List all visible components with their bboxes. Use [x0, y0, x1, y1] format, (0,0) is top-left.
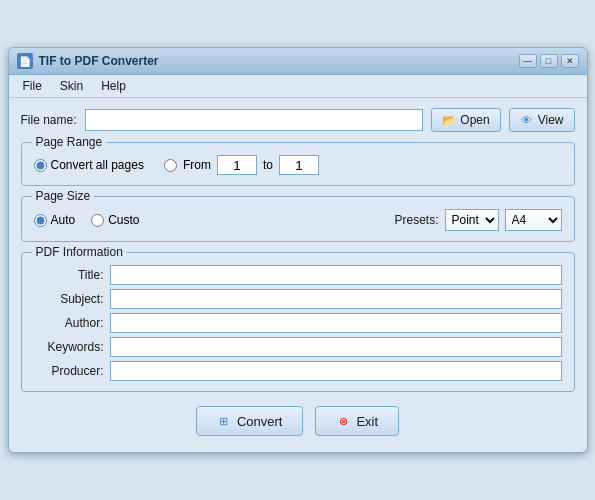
from-to-radio[interactable] [164, 159, 177, 172]
menu-help[interactable]: Help [93, 77, 134, 95]
auto-radio[interactable] [34, 214, 47, 227]
auto-label[interactable]: Auto [51, 213, 76, 227]
convert-all-option: Convert all pages [34, 158, 144, 172]
from-input[interactable] [217, 155, 257, 175]
restore-button[interactable]: □ [540, 54, 558, 68]
action-buttons: ⊞ Convert ⊗ Exit [21, 406, 575, 436]
page-range-group: Page Range Convert all pages From to [21, 142, 575, 186]
convert-button[interactable]: ⊞ Convert [196, 406, 304, 436]
from-to-row: From to [164, 155, 319, 175]
page-size-group: Page Size Auto Custo Presets: Point mm i… [21, 196, 575, 242]
custom-radio[interactable] [91, 214, 104, 227]
custom-label[interactable]: Custo [108, 213, 139, 227]
auto-option: Auto [34, 213, 76, 227]
convert-all-radio[interactable] [34, 159, 47, 172]
author-input[interactable] [110, 313, 562, 333]
exit-button[interactable]: ⊗ Exit [315, 406, 399, 436]
pdf-info-grid: Title: Subject: Author: Keywords: Produc… [34, 265, 562, 381]
title-input[interactable] [110, 265, 562, 285]
file-name-input[interactable] [85, 109, 424, 131]
subject-input[interactable] [110, 289, 562, 309]
convert-all-radio-label[interactable]: Convert all pages [51, 158, 144, 172]
page-size-label: Page Size [32, 189, 95, 203]
menu-bar: File Skin Help [9, 75, 587, 98]
title-bar: 📄 TIF to PDF Converter — □ ✕ [9, 48, 587, 75]
subject-label: Subject: [34, 292, 104, 306]
page-range-label: Page Range [32, 135, 107, 149]
keywords-label: Keywords: [34, 340, 104, 354]
exit-icon: ⊗ [336, 414, 350, 428]
pdf-info-group: PDF Information Title: Subject: Author: … [21, 252, 575, 392]
author-label: Author: [34, 316, 104, 330]
window-title: TIF to PDF Converter [39, 54, 159, 68]
content-area: File name: 📂 Open 👁 View Page Range Conv… [9, 98, 587, 452]
presets-label: Presets: [394, 213, 438, 227]
pdf-info-label: PDF Information [32, 245, 127, 259]
open-button[interactable]: 📂 Open [431, 108, 500, 132]
custom-option: Custo [91, 213, 139, 227]
file-name-label: File name: [21, 113, 77, 127]
keywords-input[interactable] [110, 337, 562, 357]
app-window: 📄 TIF to PDF Converter — □ ✕ File Skin H… [8, 47, 588, 453]
page-size-options: Auto Custo Presets: Point mm inch A4 A3 [34, 209, 562, 231]
view-button[interactable]: 👁 View [509, 108, 575, 132]
unit-select[interactable]: Point mm inch [445, 209, 499, 231]
from-label[interactable]: From [183, 158, 211, 172]
eye-icon: 👁 [520, 113, 534, 127]
close-button[interactable]: ✕ [561, 54, 579, 68]
window-controls: — □ ✕ [519, 54, 579, 68]
app-icon: 📄 [17, 53, 33, 69]
producer-input[interactable] [110, 361, 562, 381]
menu-skin[interactable]: Skin [52, 77, 91, 95]
title-label: Title: [34, 268, 104, 282]
to-input[interactable] [279, 155, 319, 175]
convert-icon: ⊞ [217, 414, 231, 428]
producer-label: Producer: [34, 364, 104, 378]
preset-select[interactable]: A4 A3 A5 Letter [505, 209, 562, 231]
file-name-row: File name: 📂 Open 👁 View [21, 108, 575, 132]
folder-icon: 📂 [442, 113, 456, 127]
to-label: to [263, 158, 273, 172]
presets-group: Presets: Point mm inch A4 A3 A5 Letter [394, 209, 561, 231]
page-range-options: Convert all pages From to [34, 155, 562, 175]
minimize-button[interactable]: — [519, 54, 537, 68]
menu-file[interactable]: File [15, 77, 50, 95]
